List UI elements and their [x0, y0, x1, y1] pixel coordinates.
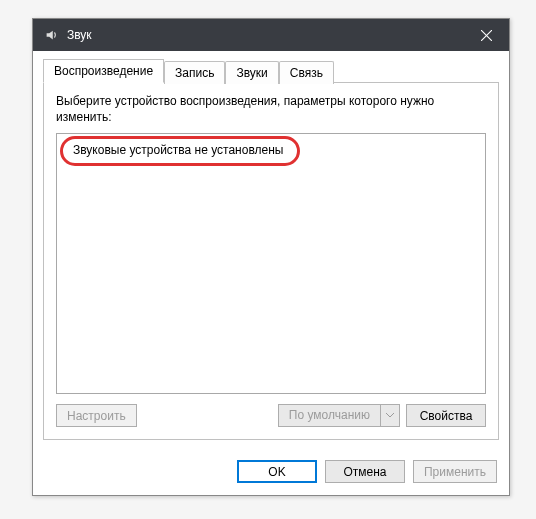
properties-button[interactable]: Свойства — [406, 404, 486, 427]
titlebar: Звук — [33, 19, 509, 51]
device-list[interactable]: Звуковые устройства не установлены — [56, 133, 486, 394]
tab-label: Связь — [290, 66, 323, 80]
set-default-button: По умолчанию — [278, 404, 380, 427]
tab-sounds[interactable]: Звуки — [225, 61, 278, 84]
dialog-content: Воспроизведение Запись Звуки Связь Выбер… — [33, 51, 509, 450]
dialog-button-row: OK Отмена Применить — [33, 450, 509, 495]
button-label: По умолчанию — [289, 408, 370, 422]
panel-button-row: Настроить По умолчанию Свойства — [56, 404, 486, 427]
window-title: Звук — [67, 28, 464, 42]
set-default-split-button: По умолчанию — [278, 404, 400, 427]
button-label: Применить — [424, 465, 486, 479]
no-devices-message: Звуковые устройства не установлены — [73, 143, 283, 157]
tab-communications[interactable]: Связь — [279, 61, 334, 84]
configure-button: Настроить — [56, 404, 137, 427]
chevron-down-icon — [386, 413, 394, 418]
speaker-icon — [43, 27, 59, 43]
cancel-button[interactable]: Отмена — [325, 460, 405, 483]
tabs: Воспроизведение Запись Звуки Связь — [43, 59, 499, 82]
button-label: Настроить — [67, 409, 126, 423]
button-label: Отмена — [343, 465, 386, 479]
tab-label: Запись — [175, 66, 214, 80]
ok-button[interactable]: OK — [237, 460, 317, 483]
tab-recording[interactable]: Запись — [164, 61, 225, 84]
sound-dialog: Звук Воспроизведение Запись Звуки Связь — [32, 18, 510, 496]
button-label: OK — [268, 465, 285, 479]
apply-button: Применить — [413, 460, 497, 483]
instruction-text: Выберите устройство воспроизведения, пар… — [56, 93, 486, 125]
button-label: Свойства — [420, 409, 473, 423]
tab-playback[interactable]: Воспроизведение — [43, 59, 164, 83]
set-default-dropdown — [380, 404, 400, 427]
annotation-highlight: Звуковые устройства не установлены — [60, 136, 300, 166]
tab-label: Воспроизведение — [54, 64, 153, 78]
tab-panel-playback: Выберите устройство воспроизведения, пар… — [43, 82, 499, 440]
tab-label: Звуки — [236, 66, 267, 80]
close-button[interactable] — [464, 19, 509, 51]
